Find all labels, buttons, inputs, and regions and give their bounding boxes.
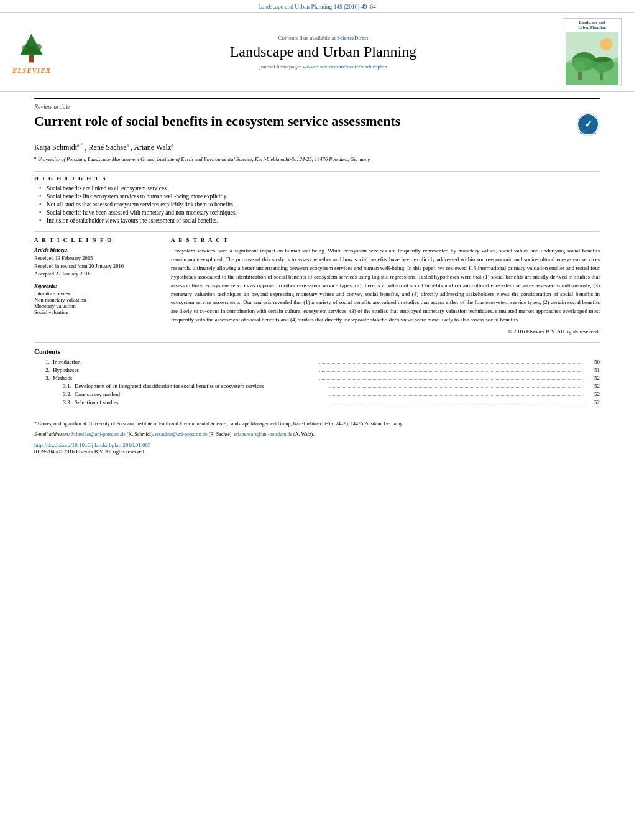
- authors-line: Katja Schmidta,* , René Sachsea , Ariane…: [34, 142, 600, 152]
- contents-item: 1. Introduction 50: [34, 359, 600, 365]
- author2-sup: a: [127, 142, 129, 148]
- email3-link[interactable]: ariane.walz@uni-potsdam.de: [234, 432, 293, 437]
- keywords-list: Literature review Non-monetary valuation…: [34, 290, 158, 315]
- journal-homepage-line: journal homepage: www.elsevier.com/locat…: [259, 63, 387, 70]
- received-date: Received 13 February 2015: [34, 254, 158, 262]
- article-info-label: A R T I C L E I N F O: [34, 237, 158, 243]
- highlight-item: Social benefits link ecosystem services …: [39, 193, 600, 200]
- journal-homepage-link[interactable]: www.elsevier.com/locate/landurbplan: [303, 63, 387, 70]
- elsevier-tree-icon: [14, 31, 48, 65]
- journal-header-center: Contents lists available at ScienceDirec…: [99, 18, 547, 86]
- article-body: Review article Current role of social be…: [0, 92, 634, 464]
- copyright-footer: 0169-2046/© 2016 Elsevier B.V. All right…: [34, 448, 600, 455]
- abstract-column: A B S T R A C T Ecosystem services have …: [171, 237, 600, 335]
- journal-cover-title: Landscape and Urban Planning: [578, 20, 606, 30]
- affiliation-sup: a: [34, 155, 37, 160]
- contents-list: 1. Introduction 50 2. Hypotheses 51 3. M…: [34, 359, 600, 405]
- revised-date: Received in revised form 20 January 2016: [34, 262, 158, 270]
- journal-citation-link[interactable]: Landscape and Urban Planning 149 (2016) …: [258, 4, 375, 10]
- keywords-label: Keywords:: [34, 283, 158, 289]
- journal-cover-area: Landscape and Urban Planning: [547, 18, 622, 86]
- highlight-item: Not all studies that assessed ecosystem …: [39, 201, 600, 208]
- journal-cover-box: Landscape and Urban Planning: [563, 18, 622, 86]
- abstract-text: Ecosystem services have a significant im…: [171, 247, 600, 325]
- keyword-item: Monetary valuation: [34, 303, 158, 309]
- article-info-abstract-row: A R T I C L E I N F O Article history: R…: [34, 231, 600, 335]
- page: Landscape and Urban Planning 149 (2016) …: [0, 0, 634, 840]
- svg-point-15: [600, 38, 612, 50]
- article-history-group: Article history: Received 13 February 20…: [34, 247, 158, 278]
- highlights-label: H I G H L I G H T S: [34, 171, 600, 182]
- svg-rect-1: [29, 53, 34, 62]
- contents-item: 3. Methods 52: [34, 375, 600, 381]
- svg-point-4: [22, 45, 27, 50]
- contents-item contents-sub: 3.2. Case survey method 52: [34, 391, 600, 397]
- journal-title: Landscape and Urban Planning: [230, 44, 417, 60]
- email1-link[interactable]: Schmikat@uni-potsdam.de: [71, 432, 126, 437]
- journal-citation-bar: Landscape and Urban Planning 149 (2016) …: [0, 0, 634, 12]
- highlight-item: Social benefits have been assessed with …: [39, 210, 600, 216]
- keyword-item: Social valuation: [34, 309, 158, 315]
- email2-link[interactable]: resachse@uni-potsdam.de: [155, 432, 208, 437]
- svg-point-5: [35, 44, 42, 50]
- footer-divider: [34, 415, 600, 415]
- elsevier-brand-text: ELSEVIER: [12, 67, 51, 74]
- article-history-label: Article history:: [34, 247, 158, 253]
- doi-line: http://dx.doi.org/10.1016/j.landurbplan.…: [34, 442, 600, 448]
- crossmark-icon[interactable]: ✓ CrossMark: [576, 113, 600, 136]
- highlight-item: Social benefits are linked to all ecosys…: [39, 185, 600, 192]
- contents-item contents-sub: 3.1. Development of an integrated classi…: [34, 383, 600, 389]
- keyword-item: Literature review: [34, 290, 158, 297]
- journal-cover-image: [566, 32, 618, 85]
- svg-text:CrossMark: CrossMark: [580, 131, 596, 134]
- doi-link[interactable]: http://dx.doi.org/10.1016/j.landurbplan.…: [34, 442, 151, 448]
- article-title-row: Current role of social benefits in ecosy…: [34, 113, 600, 136]
- author3-sup: a: [171, 142, 173, 148]
- contents-item: 2. Hypotheses 51: [34, 367, 600, 373]
- keyword-item: Non-monetary valuation: [34, 297, 158, 303]
- email-footnote: E-mail addresses: Schmikat@uni-potsdam.d…: [34, 431, 600, 438]
- corresponding-footnote: * Corresponding author at: University of…: [34, 420, 600, 428]
- highlights-list: Social benefits are linked to all ecosys…: [39, 185, 600, 224]
- sciencedirect-link[interactable]: ScienceDirect: [337, 35, 368, 41]
- contents-section: Contents 1. Introduction 50 2. Hypothese…: [34, 342, 600, 405]
- affiliation-line: a University of Potsdam, Landscape Manag…: [34, 155, 600, 162]
- article-info-column: A R T I C L E I N F O Article history: R…: [34, 237, 158, 335]
- svg-point-6: [27, 38, 35, 46]
- article-title-text: Current role of social benefits in ecosy…: [34, 113, 570, 131]
- journal-header: ELSEVIER Contents lists available at Sci…: [0, 12, 634, 92]
- elsevier-logo-area: ELSEVIER: [12, 18, 99, 86]
- highlight-item: Inclusion of stakeholder views favours t…: [39, 218, 600, 224]
- article-type-label: Review article: [34, 98, 600, 110]
- author1-sup: a,*: [77, 142, 83, 148]
- abstract-label: A B S T R A C T: [171, 237, 600, 243]
- svg-text:✓: ✓: [584, 119, 592, 129]
- accepted-date: Accepted 22 January 2016: [34, 270, 158, 278]
- abstract-copyright: © 2016 Elsevier B.V. All rights reserved…: [171, 328, 600, 335]
- keywords-group: Keywords: Literature review Non-monetary…: [34, 283, 158, 315]
- contents-title: Contents: [34, 348, 600, 355]
- contents-item contents-sub: 3.3. Selection of studies 52: [34, 399, 600, 405]
- elsevier-logo: ELSEVIER: [12, 31, 51, 74]
- contents-available-line: Contents lists available at ScienceDirec…: [278, 35, 369, 41]
